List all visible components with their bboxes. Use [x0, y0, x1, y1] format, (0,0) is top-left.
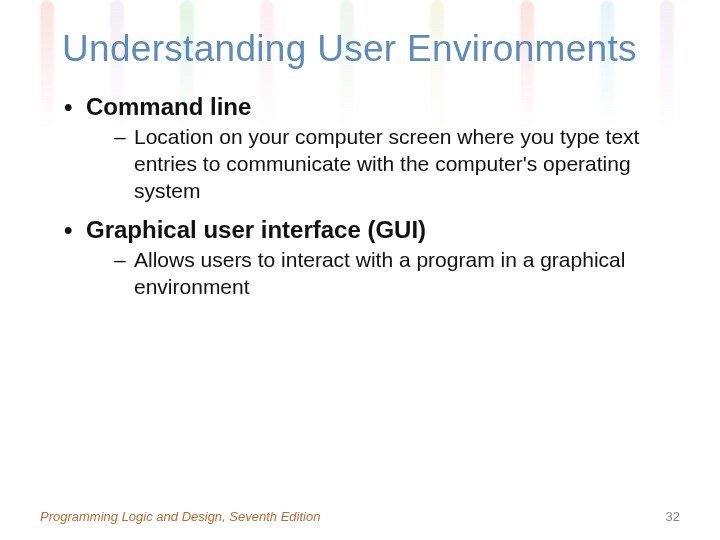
list-item-label: Graphical user interface (GUI) — [86, 216, 426, 243]
slide-title: Understanding User Environments — [62, 28, 680, 70]
list-item-label: Command line — [86, 93, 251, 120]
sub-list: Allows users to interact with a program … — [86, 247, 680, 301]
sub-list: Location on your computer screen where y… — [86, 124, 680, 205]
list-item: Command line Location on your computer s… — [64, 92, 680, 205]
footer-source: Programming Logic and Design, Seventh Ed… — [40, 509, 320, 524]
sub-list-item: Location on your computer screen where y… — [114, 124, 680, 205]
page-number: 32 — [666, 509, 680, 524]
bullet-list: Command line Location on your computer s… — [40, 92, 680, 300]
slide: Understanding User Environments Command … — [0, 0, 720, 540]
list-item: Graphical user interface (GUI) Allows us… — [64, 215, 680, 301]
sub-list-item: Allows users to interact with a program … — [114, 247, 680, 301]
footer: Programming Logic and Design, Seventh Ed… — [40, 509, 680, 524]
